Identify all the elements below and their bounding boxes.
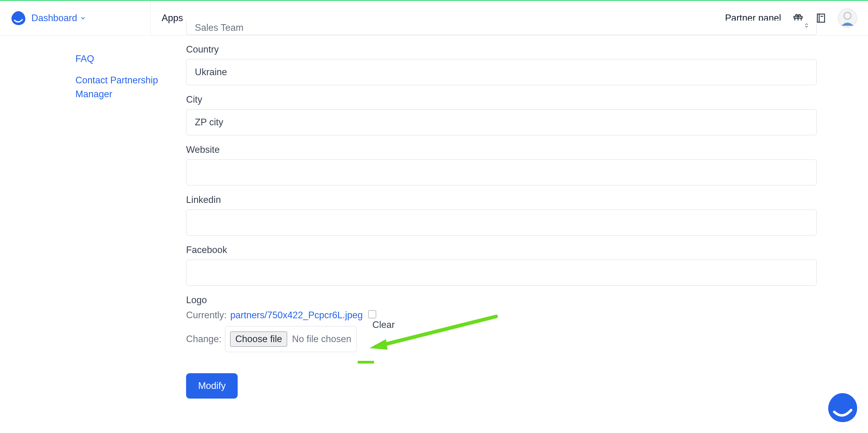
modify-button[interactable]: Modify — [186, 373, 238, 399]
book-icon[interactable] — [815, 12, 827, 24]
sidebar-item-contact-manager[interactable]: Contact Partnership Manager — [75, 70, 166, 105]
choose-file-button[interactable]: Choose file — [230, 331, 287, 347]
chat-bubble-icon[interactable] — [826, 391, 860, 425]
logo-change-row: Change: Choose file No file chosen — [186, 326, 817, 352]
dashboard-dropdown[interactable]: Dashboard — [31, 13, 86, 24]
form-area: Sales Team Country City Website Linkedin… — [186, 24, 817, 399]
sidebar: FAQ Contact Partnership Manager — [75, 48, 166, 105]
sidebar-item-label: FAQ — [75, 53, 94, 64]
logo-file-link[interactable]: partners/750x422_Pcpcr6L.jpeg — [230, 310, 363, 321]
sidebar-item-faq[interactable]: FAQ — [75, 48, 166, 70]
form-group-sales-team: Sales Team — [186, 21, 817, 35]
svg-rect-3 — [817, 14, 825, 22]
logo-label: Logo — [186, 295, 817, 306]
sales-team-select-wrapper: Sales Team — [186, 21, 817, 35]
linkedin-input[interactable] — [186, 209, 817, 235]
country-input[interactable] — [186, 59, 817, 85]
country-label: Country — [186, 44, 817, 55]
clear-checkbox[interactable] — [368, 310, 376, 318]
apps-link[interactable]: Apps — [162, 13, 183, 24]
city-label: City — [186, 94, 817, 105]
website-label: Website — [186, 144, 817, 155]
facebook-input[interactable] — [186, 260, 817, 286]
form-group-linkedin: Linkedin — [186, 195, 817, 235]
app-logo-icon — [11, 10, 26, 26]
currently-label: Currently: — [186, 310, 226, 321]
file-chosen-text: No file chosen — [292, 334, 351, 345]
logo-currently-row: Currently: partners/750x422_Pcpcr6L.jpeg… — [186, 310, 817, 321]
sales-team-value: Sales Team — [195, 22, 243, 33]
avatar[interactable] — [838, 8, 857, 28]
website-input[interactable] — [186, 160, 817, 185]
svg-point-6 — [844, 12, 851, 19]
sales-team-select[interactable]: Sales Team — [186, 21, 817, 35]
clear-label: Clear — [372, 319, 395, 330]
form-group-country: Country — [186, 44, 817, 85]
topbar-left: Dashboard — [0, 1, 151, 35]
sidebar-item-label: Contact Partnership Manager — [75, 75, 158, 99]
city-input[interactable] — [186, 109, 817, 135]
form-group-logo: Logo Currently: partners/750x422_Pcpcr6L… — [186, 295, 817, 352]
dashboard-label: Dashboard — [31, 13, 77, 24]
chevron-down-icon — [80, 13, 86, 24]
form-group-website: Website — [186, 144, 817, 185]
file-input-box: Choose file No file chosen — [225, 326, 356, 352]
form-group-facebook: Facebook — [186, 244, 817, 286]
linkedin-label: Linkedin — [186, 195, 817, 205]
form-group-city: City — [186, 94, 817, 135]
change-label: Change: — [186, 334, 221, 345]
facebook-label: Facebook — [186, 244, 817, 256]
